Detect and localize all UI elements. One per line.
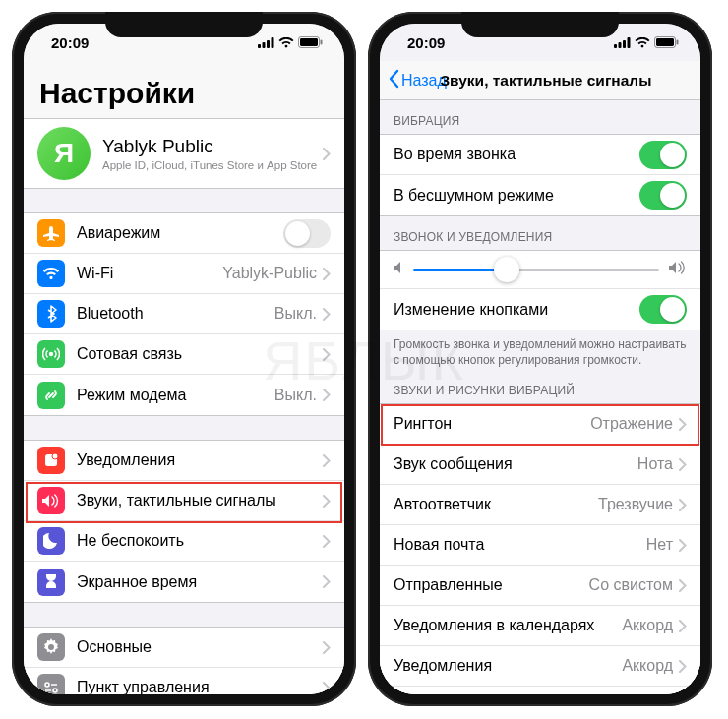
- chevron-right-icon: [679, 499, 687, 511]
- sound-row[interactable]: Новая почтаНет: [380, 525, 700, 566]
- phone-left: 20:09 Настройки Я Yablyk Public Apple ID…: [12, 12, 356, 706]
- chevron-right-icon: [679, 539, 687, 552]
- settings-row[interactable]: Wi-FiYablyk-Public: [24, 254, 344, 294]
- svg-rect-0: [258, 44, 261, 48]
- hourglass-icon: [37, 569, 65, 596]
- control-center-icon: [37, 674, 65, 694]
- row-label: Сотовая связь: [77, 345, 323, 363]
- toggle[interactable]: [639, 141, 687, 169]
- settings-row[interactable]: Авиарежим: [24, 213, 344, 254]
- row-label: Изменение кнопками: [394, 301, 639, 319]
- section-header-sounds: ЗВУКИ И РИСУНКИ ВИБРАЦИЙ: [380, 370, 700, 403]
- page-title: Настройки: [39, 77, 329, 110]
- settings-row[interactable]: Пункт управления: [24, 668, 344, 694]
- settings-row[interactable]: Не беспокоить: [24, 521, 344, 562]
- svg-rect-3: [272, 37, 274, 48]
- chevron-right-icon: [323, 682, 331, 694]
- sound-row[interactable]: АвтоответчикТрезвучие: [380, 485, 700, 525]
- chevron-right-icon: [679, 660, 687, 673]
- row-label: Новая почта: [394, 536, 646, 554]
- wifi-status-icon: [635, 37, 650, 48]
- settings-row[interactable]: Сотовая связь: [24, 334, 344, 375]
- row-label: Пункт управления: [77, 679, 323, 694]
- chevron-right-icon: [323, 454, 331, 467]
- row-label: Автоответчик: [394, 496, 598, 513]
- svg-rect-14: [614, 44, 617, 48]
- apple-id-subtitle: Apple ID, iCloud, iTunes Store и App Sto…: [102, 159, 323, 171]
- row-label: Режим модема: [77, 387, 274, 404]
- sound-row[interactable]: УведомленияАккорд: [380, 646, 700, 687]
- row-label: Wi-Fi: [77, 265, 222, 282]
- volume-slider[interactable]: [413, 269, 659, 271]
- antenna-icon: [37, 340, 65, 368]
- toggle[interactable]: [639, 181, 687, 210]
- chevron-right-icon: [323, 495, 331, 508]
- svg-rect-19: [656, 38, 674, 46]
- apple-id-name: Yablyk Public: [102, 136, 323, 157]
- sound-row[interactable]: ОтправленныеСо свистом: [380, 566, 700, 606]
- row-label: Bluetooth: [77, 305, 274, 323]
- status-time: 20:09: [407, 34, 445, 51]
- link-icon: [37, 382, 65, 409]
- volume-low-icon: [394, 261, 403, 278]
- settings-row[interactable]: BluetoothВыкл.: [24, 294, 344, 334]
- page-title-container: Настройки: [24, 61, 344, 118]
- row-label: Рингтон: [394, 415, 590, 433]
- chevron-right-icon: [679, 418, 687, 431]
- ringer-footer: Громкость звонка и уведомлений можно нас…: [380, 330, 700, 370]
- sound-row[interactable]: РингтонОтражение: [380, 404, 700, 445]
- sound-row[interactable]: Уведомления в календаряхАккорд: [380, 606, 700, 646]
- sounds-icon: [37, 487, 65, 514]
- row-label: Звук сообщения: [394, 455, 637, 473]
- settings-row[interactable]: Экранное время: [24, 562, 344, 602]
- row-value: Yablyk-Public: [222, 265, 317, 282]
- row-label: Уведомления: [77, 451, 323, 469]
- toggle-change-with-buttons[interactable]: [639, 295, 687, 324]
- svg-rect-20: [677, 40, 679, 45]
- row-value: Аккорд: [622, 657, 673, 675]
- status-time: 20:09: [51, 34, 89, 51]
- row-label: Не беспокоить: [77, 532, 323, 550]
- chevron-right-icon: [323, 641, 331, 654]
- sound-row[interactable]: Звук сообщенияНота: [380, 445, 700, 485]
- toggle[interactable]: [283, 219, 331, 248]
- chevron-right-icon: [323, 308, 331, 321]
- airplane-icon: [37, 219, 65, 247]
- row-label: Уведомления в календарях: [394, 617, 622, 634]
- chevron-right-icon: [679, 620, 687, 632]
- svg-point-7: [50, 353, 53, 356]
- settings-row[interactable]: Звуки, тактильные сигналы: [24, 481, 344, 521]
- row-label: Отправленные: [394, 576, 589, 594]
- row-value: Нота: [637, 455, 673, 473]
- row-label: Основные: [77, 638, 323, 656]
- settings-row[interactable]: Основные: [24, 628, 344, 668]
- settings-row[interactable]: Режим модемаВыкл.: [24, 375, 344, 415]
- chevron-left-icon: [388, 69, 399, 92]
- notch: [461, 12, 619, 37]
- svg-rect-5: [300, 38, 318, 46]
- notifications-icon: [37, 447, 65, 474]
- vibrate-row[interactable]: Во время звонка: [380, 135, 700, 175]
- row-value: Выкл.: [274, 305, 317, 323]
- avatar: Я: [37, 127, 91, 180]
- svg-rect-15: [619, 42, 622, 48]
- notch: [105, 12, 263, 37]
- cellular-icon: [258, 37, 274, 48]
- wifi-status-icon: [278, 37, 294, 48]
- settings-row[interactable]: Уведомления: [24, 441, 344, 481]
- moon-icon: [37, 527, 65, 555]
- apple-id-row[interactable]: Я Yablyk Public Apple ID, iCloud, iTunes…: [24, 119, 344, 188]
- slider-thumb[interactable]: [494, 257, 519, 282]
- sound-row[interactable]: AirDropИмпульс: [380, 687, 700, 694]
- change-with-buttons-row[interactable]: Изменение кнопками: [380, 289, 700, 330]
- vibrate-row[interactable]: В бесшумном режиме: [380, 175, 700, 215]
- volume-high-icon: [669, 261, 687, 278]
- chevron-right-icon: [323, 268, 331, 280]
- chevron-right-icon: [323, 148, 331, 160]
- row-value: Со свистом: [589, 576, 673, 594]
- row-label: Звуки, тактильные сигналы: [77, 492, 323, 509]
- chevron-right-icon: [323, 389, 331, 401]
- row-label: Во время звонка: [394, 146, 639, 163]
- svg-rect-16: [623, 40, 626, 48]
- nav-bar: Назад Звуки, тактильные сигналы: [380, 61, 700, 100]
